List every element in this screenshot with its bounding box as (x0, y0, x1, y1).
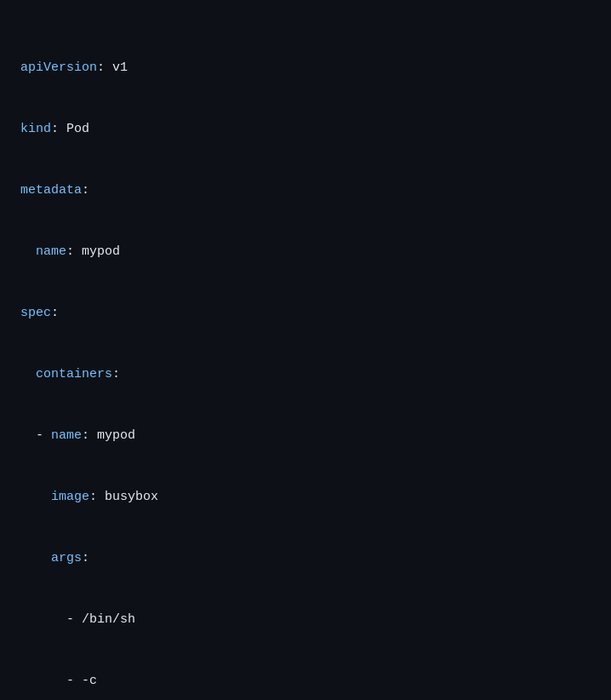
line-kind: kind: Pod (20, 119, 591, 140)
val-container-name: mypod (97, 428, 135, 443)
sep: : (51, 122, 66, 136)
val-meta-name: mypod (82, 244, 120, 259)
dash2: - (66, 612, 82, 627)
key-image: image (51, 490, 89, 504)
line-apiVersion: apiVersion: v1 (20, 58, 591, 78)
sep: : (89, 490, 105, 504)
code-viewer: apiVersion: v1 kind: Pod metadata: name:… (20, 17, 591, 700)
key-container-name: name (51, 428, 82, 443)
key-apiVersion: apiVersion (20, 60, 97, 75)
val-image: busybox (105, 490, 158, 504)
sep: : (66, 244, 82, 259)
val-kind: Pod (66, 122, 89, 136)
val-arg1: /bin/sh (82, 612, 135, 627)
line-spec: spec: (20, 303, 591, 324)
line-arg1: - /bin/sh (20, 610, 591, 630)
val-apiVersion: v1 (112, 60, 128, 75)
key-metadata: metadata (20, 183, 82, 198)
line-image: image: busybox (20, 487, 591, 508)
key-meta-name: name (36, 244, 66, 259)
dash1: - (36, 428, 51, 443)
sep: : (97, 60, 112, 75)
sep: : (82, 428, 97, 443)
line-arg2: - -c (20, 671, 591, 691)
line-args: args: (20, 548, 591, 569)
line-container-dash: - name: mypod (20, 426, 591, 446)
key-containers: containers (36, 367, 112, 382)
line-containers: containers: (20, 364, 591, 385)
key-spec: spec (20, 306, 51, 320)
sep: : (82, 551, 89, 565)
key-args: args (51, 551, 82, 565)
sep: : (82, 183, 89, 198)
line-meta-name: name: mypod (20, 242, 591, 262)
sep: : (51, 306, 59, 320)
dash3: - (66, 674, 82, 688)
line-metadata: metadata: (20, 181, 591, 201)
key-kind: kind (20, 122, 51, 136)
val-arg2: -c (82, 674, 97, 688)
sep: : (112, 367, 120, 382)
